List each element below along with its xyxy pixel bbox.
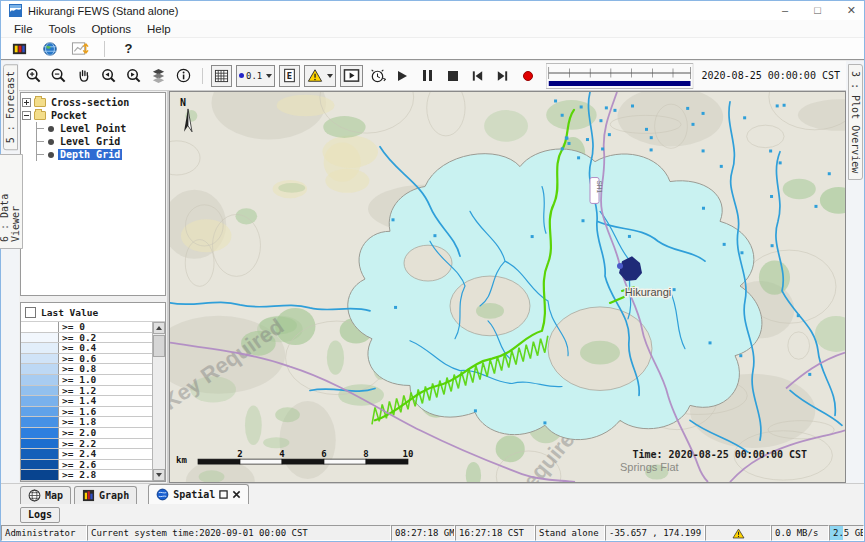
gauge-dot <box>686 107 689 110</box>
timeline-track <box>546 63 693 89</box>
timeseries-dialog-button[interactable] <box>69 38 91 60</box>
town-label: Hikurangi <box>625 286 671 298</box>
tree-item-pocket[interactable]: Pocket <box>22 109 164 122</box>
tree-connector <box>37 141 44 142</box>
gauge-dot <box>797 314 800 317</box>
stop-button[interactable] <box>442 65 463 87</box>
maximize-panel-button[interactable] <box>219 490 228 499</box>
bottom-tabbar: Map Graph Spatial <box>1 483 864 504</box>
folder-icon <box>34 98 46 107</box>
legend-row[interactable]: >= 1.0 <box>21 375 152 386</box>
legend-row-label: >= 2.0 <box>59 428 152 438</box>
legend-list: >= 0>= 0.2>= 0.4>= 0.6>= 0.8>= 1.0>= 1.2… <box>21 321 165 481</box>
contour-interval-dropdown[interactable]: 0.1 <box>236 65 275 87</box>
legend-toggle-button[interactable]: E <box>279 65 300 87</box>
play-button[interactable] <box>392 65 413 87</box>
legend-row-label: >= 2.2 <box>59 439 152 449</box>
legend-row-label: >= 1.2 <box>59 386 152 396</box>
gauge-dot <box>771 244 774 247</box>
legend-row[interactable]: >= 2.0 <box>21 428 152 439</box>
forest-patch <box>496 436 525 463</box>
first-frame-button[interactable] <box>467 65 488 87</box>
gauge-dot <box>433 234 436 237</box>
tab-spatial[interactable]: Spatial <box>148 484 249 504</box>
layers-button[interactable] <box>148 65 169 87</box>
last-value-checkbox[interactable] <box>25 307 36 318</box>
thresholds-dropdown[interactable] <box>304 65 336 87</box>
gauge-dot <box>723 243 726 246</box>
scrollbar-thumb[interactable] <box>153 335 165 357</box>
zoom-next-button[interactable] <box>123 65 144 87</box>
menu-options[interactable]: Options <box>84 22 138 36</box>
explorer-button[interactable] <box>9 38 30 60</box>
tab-plot-overview[interactable]: 3 : Plot Overview <box>848 64 863 180</box>
logs-button[interactable]: Logs <box>20 507 60 523</box>
scale-tick: 2 <box>237 449 242 459</box>
triangle-up-icon <box>156 326 162 330</box>
legend-row-label: >= 0 <box>59 322 152 332</box>
expand-icon[interactable] <box>22 98 31 107</box>
legend-row-label: >= 0.2 <box>59 333 152 343</box>
legend-scrollbar[interactable] <box>152 322 165 481</box>
help-button[interactable]: ? <box>118 38 139 60</box>
tree-item-level-grid[interactable]: Level Grid <box>37 135 164 148</box>
folder-icon <box>34 111 46 120</box>
animation-settings-button[interactable] <box>367 65 388 87</box>
tab-data-viewer[interactable]: 6 : Data Viewer <box>0 154 23 249</box>
zoom-previous-button[interactable] <box>98 65 119 87</box>
tree-item-level-point[interactable]: Level Point <box>37 122 164 135</box>
legend-row-label: >= 1.4 <box>59 396 152 406</box>
gauge-dot <box>828 172 831 175</box>
gauge-dot <box>650 148 653 151</box>
chevron-down-icon <box>266 74 272 78</box>
grid-overlay-button[interactable] <box>211 65 232 87</box>
tree-item-cross-section[interactable]: Cross-section <box>22 96 164 109</box>
map-display-button[interactable] <box>39 38 60 60</box>
timeline-slider[interactable] <box>546 63 693 89</box>
legend-row-label: >= 1.0 <box>59 375 152 385</box>
scroll-up-button[interactable] <box>153 322 165 334</box>
menu-help[interactable]: Help <box>140 22 178 36</box>
legend-row-label: >= 2.8 <box>59 470 152 480</box>
warning-icon <box>732 528 745 539</box>
forest-patch <box>278 183 305 193</box>
collapse-icon[interactable] <box>22 111 31 120</box>
legend-color-swatch <box>21 470 59 480</box>
zoom-in-button[interactable] <box>23 65 44 87</box>
magnifier-forward-icon <box>125 67 142 84</box>
map-canvas[interactable]: API Key Required API Key Required <box>169 91 846 483</box>
gauge-dot <box>586 138 589 141</box>
close-panel-button[interactable] <box>232 490 241 499</box>
animation-panel-button[interactable] <box>340 65 363 87</box>
scale-tick: 8 <box>363 449 368 459</box>
pause-button[interactable] <box>417 65 438 87</box>
scroll-down-button[interactable] <box>153 469 165 481</box>
panel-splitter[interactable] <box>19 297 167 301</box>
tree-item-depth-grid[interactable]: Depth Grid <box>37 148 164 161</box>
tab-forecast[interactable]: 5 : Forecast <box>3 64 18 150</box>
globe-icon <box>42 41 58 57</box>
magnifier-back-icon <box>100 67 117 84</box>
minimize-button[interactable]: – <box>782 5 788 16</box>
coordinates-cell: -35.657 , 174.199 <box>605 525 705 541</box>
gauge-dot <box>543 421 546 424</box>
zoom-out-button[interactable] <box>48 65 69 87</box>
record-button[interactable] <box>517 65 538 87</box>
logs-row: Logs <box>1 504 864 525</box>
menu-tools[interactable]: Tools <box>42 22 83 36</box>
tab-map[interactable]: Map <box>20 486 71 504</box>
legend-row[interactable]: >= 0 <box>21 322 152 333</box>
close-button[interactable]: ✕ <box>847 5 856 16</box>
gauge-dot <box>769 150 772 153</box>
map-toolbar: 0.1 E <box>19 61 846 91</box>
layers-icon <box>150 67 167 84</box>
maximize-button[interactable]: □ <box>814 5 821 16</box>
pan-button[interactable] <box>73 65 94 87</box>
info-button[interactable] <box>173 65 194 87</box>
system-status-cell[interactable] <box>705 525 771 541</box>
menu-file[interactable]: File <box>7 22 40 36</box>
tab-graph[interactable]: Graph <box>74 486 137 504</box>
gauge-dot <box>779 161 782 164</box>
gauge-dot <box>691 123 694 126</box>
last-frame-button[interactable] <box>492 65 513 87</box>
